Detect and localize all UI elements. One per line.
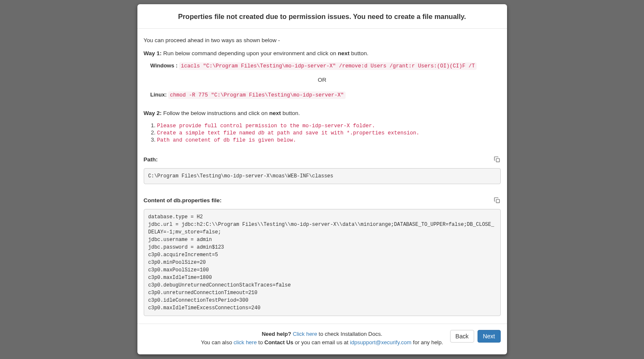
- content-label: Content of db.properties file:: [144, 197, 222, 204]
- copy-icon[interactable]: [494, 156, 501, 163]
- back-button[interactable]: Back: [450, 330, 474, 343]
- path-label: Path:: [144, 156, 158, 163]
- modal-dialog: Properties file not created due to permi…: [137, 4, 507, 354]
- copy-icon[interactable]: [494, 197, 501, 204]
- way1-next-bold: next: [338, 50, 350, 56]
- install-docs-text: to check Installation Docs.: [317, 331, 382, 337]
- step-2: Create a simple text file named db at pa…: [157, 129, 501, 136]
- support-email-link[interactable]: idpsupport@xecurify.com: [350, 339, 411, 346]
- modal-header: Properties file not created due to permi…: [137, 4, 507, 29]
- step-1: Please provide full control permission t…: [157, 122, 501, 129]
- content-section-header: Content of db.properties file:: [144, 197, 501, 204]
- step-3: Path and conetent of db file is given be…: [157, 137, 501, 143]
- linux-command-row: Linux: chmod -R 775 "C:\Program Files\Te…: [150, 91, 501, 98]
- way1-text-a: Run below command depending upon your en…: [162, 50, 338, 56]
- windows-command-row: Windows : icacls "C:\Program Files\Testi…: [150, 62, 501, 69]
- way2-text-b: button.: [281, 110, 300, 116]
- svg-rect-1: [496, 199, 499, 203]
- way1-label: Way 1:: [144, 50, 162, 56]
- path-value-block: C:\Program Files\Testing\mo-idp-server-X…: [144, 168, 501, 184]
- step-2-text-a: Create a simple text file named: [157, 130, 258, 136]
- email-text-a: or you can email us at: [293, 339, 350, 346]
- intro-text: You can proceed ahead in two ways as sho…: [144, 37, 501, 43]
- email-text-b: for any help.: [411, 339, 443, 346]
- path-section-header: Path:: [144, 156, 501, 163]
- windows-command: icacls "C:\Program Files\Testing\mo-idp-…: [179, 62, 477, 70]
- step-2-db: db: [258, 130, 265, 136]
- or-separator: OR: [144, 77, 501, 83]
- modal-footer: Need help? Click here to check Installat…: [137, 324, 507, 354]
- step-1-text: Please provide full control permission t…: [157, 123, 376, 129]
- modal-body: You can proceed ahead in two ways as sho…: [137, 29, 507, 324]
- instruction-list: Please provide full control permission t…: [144, 122, 501, 143]
- way2-label: Way 2:: [144, 110, 162, 116]
- windows-label: Windows :: [150, 62, 178, 69]
- contact-us-label: Contact Us: [264, 339, 293, 346]
- click-here-docs-link[interactable]: Click here: [293, 331, 317, 337]
- way2-next-bold: next: [269, 110, 281, 116]
- click-here-contact-link[interactable]: click here: [233, 339, 257, 346]
- modal-title: Properties file not created due to permi…: [144, 13, 501, 21]
- way1-text-b: button.: [349, 50, 368, 56]
- content-value-block: database.type = H2 jdbc.url = jdbc:h2:C:…: [144, 209, 501, 316]
- footer-buttons: Back Next: [450, 330, 501, 343]
- way2-text-a: Follow the below instructions and click …: [162, 110, 269, 116]
- linux-label: Linux:: [150, 91, 167, 98]
- way2-description: Way 2: Follow the below instructions and…: [144, 110, 501, 116]
- also-text-a: You can also: [201, 339, 234, 346]
- also-text-b: to: [257, 339, 264, 346]
- linux-command: chmod -R 775 "C:\Program Files\Testing\m…: [168, 91, 346, 99]
- step-2-text-b: at path and save it with *.properties ex…: [265, 130, 420, 136]
- need-help-label: Need help?: [262, 331, 291, 337]
- svg-rect-0: [496, 158, 499, 162]
- way1-description: Way 1: Run below command depending upon …: [144, 50, 501, 56]
- step-3-text: Path and conetent of db file is given be…: [157, 137, 296, 143]
- next-button[interactable]: Next: [478, 330, 501, 343]
- footer-help-text: Need help? Click here to check Installat…: [144, 330, 501, 347]
